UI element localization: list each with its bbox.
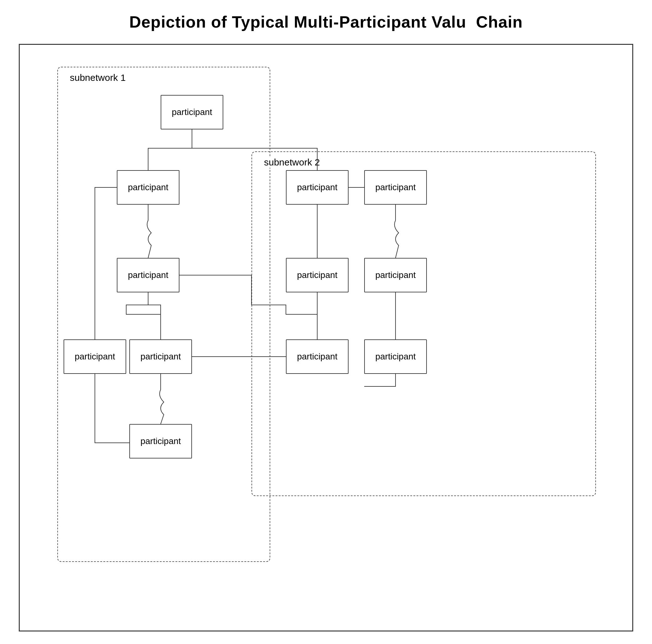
participant-p6: participant xyxy=(129,424,192,459)
outer-border: subnetwork 1 subnetwork 2 xyxy=(19,44,633,632)
participant-p2: participant xyxy=(117,170,180,205)
subnetwork1: subnetwork 1 xyxy=(57,67,270,562)
participant-p3: participant xyxy=(117,258,180,292)
participant-p4: participant xyxy=(63,339,126,374)
diagram-area: subnetwork 1 subnetwork 2 xyxy=(32,57,620,618)
subnetwork1-label: subnetwork 1 xyxy=(67,72,128,83)
participant-p12: participant xyxy=(364,339,427,374)
participant-p1: participant xyxy=(161,95,223,129)
participant-p7: participant xyxy=(286,170,349,205)
participant-p11: participant xyxy=(286,339,349,374)
subnetwork2-label: subnetwork 2 xyxy=(262,157,322,168)
participant-p9: participant xyxy=(286,258,349,292)
participant-p5: participant xyxy=(129,339,192,374)
participant-p8: participant xyxy=(364,170,427,205)
page-title: Depiction of Typical Multi-Participant V… xyxy=(129,12,523,31)
participant-p10: participant xyxy=(364,258,427,292)
